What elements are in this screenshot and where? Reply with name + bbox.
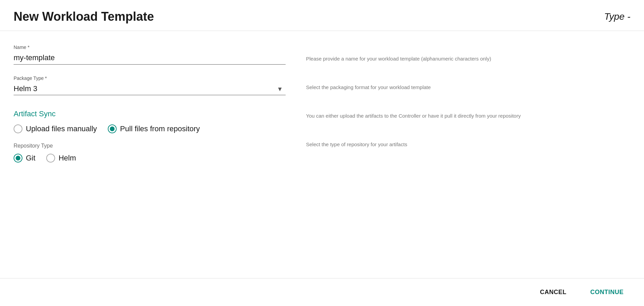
git-radio[interactable] [14, 154, 22, 163]
repo-type-radio-group: Git Helm [14, 154, 286, 163]
upload-manually-label: Upload files manually [26, 124, 97, 133]
artifact-sync-title: Artifact Sync [14, 109, 286, 118]
repo-type-label: Repository Type [14, 143, 286, 149]
name-hint: Please provide a name for your workload … [306, 55, 630, 63]
continue-button[interactable]: CONTINUE [583, 285, 630, 299]
package-type-label: Package Type * [14, 75, 286, 81]
pull-repository-option[interactable]: Pull files from repository [108, 124, 200, 133]
right-panel: Please provide a name for your workload … [306, 45, 630, 278]
content-area: Name * Package Type * Helm 3 Helm 2 Raw … [0, 31, 644, 278]
pull-repository-radio[interactable] [108, 124, 117, 133]
header: New Workload Template Type - [0, 0, 644, 31]
upload-manually-option[interactable]: Upload files manually [14, 124, 97, 133]
package-hint: Select the packaging format for your wor… [306, 83, 630, 91]
repo-type-hint: Select the type of repository for your a… [306, 140, 630, 149]
git-option[interactable]: Git [14, 154, 35, 163]
artifact-sync-radio-group: Upload files manually Pull files from re… [14, 124, 286, 133]
name-label: Name * [14, 45, 286, 50]
page-title: New Workload Template [14, 10, 154, 24]
package-type-group: Package Type * Helm 3 Helm 2 Raw YAML ▼ [14, 75, 286, 95]
name-input[interactable] [14, 52, 286, 65]
name-group: Name * [14, 45, 286, 65]
artifact-sync-group: Artifact Sync Upload files manually Pull… [14, 106, 286, 172]
pull-repository-label: Pull files from repository [120, 124, 200, 133]
git-label: Git [26, 154, 35, 163]
header-type: Type - [604, 11, 630, 22]
cancel-button[interactable]: CANCEL [533, 285, 573, 299]
package-type-select[interactable]: Helm 3 Helm 2 Raw YAML [14, 83, 286, 95]
artifact-hint: You can either upload the artifacts to t… [306, 112, 630, 120]
left-panel: Name * Package Type * Helm 3 Helm 2 Raw … [14, 45, 286, 278]
page-container: New Workload Template Type - Name * Pack… [0, 0, 644, 306]
helm-label: Helm [58, 154, 76, 163]
package-type-wrapper: Helm 3 Helm 2 Raw YAML ▼ [14, 83, 286, 95]
footer: CANCEL CONTINUE [0, 278, 644, 306]
helm-option[interactable]: Helm [46, 154, 76, 163]
helm-radio[interactable] [46, 154, 55, 163]
upload-manually-radio[interactable] [14, 124, 22, 133]
